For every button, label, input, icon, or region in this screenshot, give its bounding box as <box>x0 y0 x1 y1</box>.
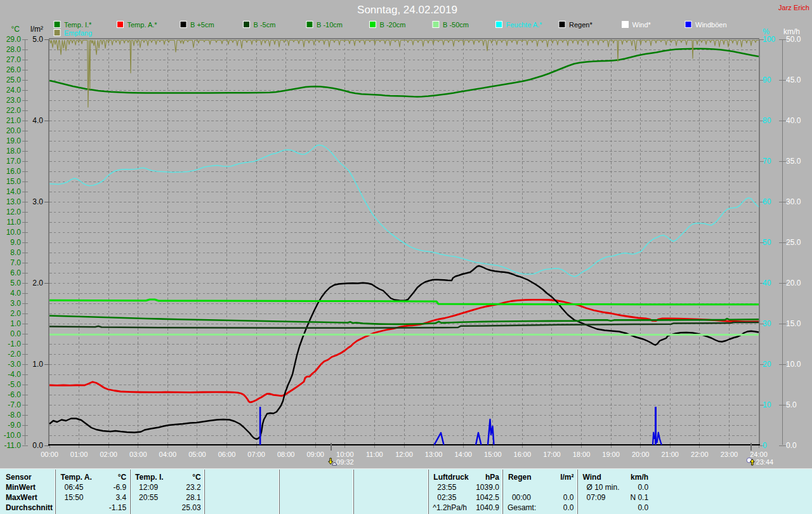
svg-text:07:09: 07:09 <box>587 493 606 502</box>
svg-text:0.0: 0.0 <box>638 483 648 492</box>
svg-text:B -5cm: B -5cm <box>254 21 276 29</box>
svg-text:23.0: 23.0 <box>6 96 22 105</box>
svg-text:Temp. I.: Temp. I. <box>135 473 163 482</box>
svg-text:05:00: 05:00 <box>188 451 206 458</box>
svg-text:0.0: 0.0 <box>563 503 574 512</box>
svg-text:-6.9: -6.9 <box>113 483 126 492</box>
svg-text:14.0: 14.0 <box>6 187 22 196</box>
svg-text:Sensor: Sensor <box>6 473 32 482</box>
svg-text:50: 50 <box>763 238 771 247</box>
svg-text:26.0: 26.0 <box>6 65 22 74</box>
svg-text:%: % <box>763 27 769 36</box>
svg-text:20:00: 20:00 <box>632 451 650 458</box>
svg-text:28.0: 28.0 <box>6 45 22 54</box>
svg-text:19.0: 19.0 <box>6 136 22 145</box>
svg-text:16:00: 16:00 <box>514 451 532 458</box>
svg-text:20:55: 20:55 <box>139 493 158 502</box>
svg-text:Feuchte A.*: Feuchte A.* <box>506 21 543 29</box>
svg-text:30.0: 30.0 <box>786 197 801 206</box>
svg-text:09:32: 09:32 <box>336 458 354 466</box>
svg-text:15:00: 15:00 <box>484 451 502 458</box>
svg-text:18.0: 18.0 <box>6 147 22 155</box>
svg-text:02:00: 02:00 <box>100 451 117 458</box>
svg-text:24:00: 24:00 <box>750 451 768 458</box>
svg-text:°C: °C <box>118 473 127 482</box>
svg-text:-11.0: -11.0 <box>4 441 22 450</box>
svg-text:km/h: km/h <box>631 473 648 482</box>
svg-text:-5.0: -5.0 <box>8 380 21 389</box>
svg-text:18:00: 18:00 <box>573 451 591 458</box>
svg-text:2.0: 2.0 <box>10 309 21 318</box>
svg-text:1040.9: 1040.9 <box>476 503 499 512</box>
svg-text:30: 30 <box>763 319 771 328</box>
svg-text:29.0: 29.0 <box>6 35 22 44</box>
svg-text:09:00: 09:00 <box>306 451 324 458</box>
svg-text:12.0: 12.0 <box>6 208 22 216</box>
svg-text:B +5cm: B +5cm <box>190 21 214 29</box>
svg-text:3.4: 3.4 <box>115 493 126 502</box>
svg-text:-7.0: -7.0 <box>8 400 21 409</box>
svg-text:N 0.1: N 0.1 <box>630 493 648 502</box>
svg-text:10.0: 10.0 <box>6 228 22 237</box>
svg-text:21:00: 21:00 <box>661 451 679 458</box>
svg-text:Jarz Erich: Jarz Erich <box>778 4 809 11</box>
svg-text:06:00: 06:00 <box>218 451 236 458</box>
svg-text:45.0: 45.0 <box>786 76 801 84</box>
svg-text:-1.15: -1.15 <box>109 503 127 512</box>
svg-text:04:00: 04:00 <box>159 451 177 458</box>
svg-text:14:00: 14:00 <box>454 451 472 458</box>
svg-text:0.0: 0.0 <box>786 441 797 450</box>
svg-text:15.0: 15.0 <box>786 319 801 328</box>
svg-text:Durchschnitt: Durchschnitt <box>6 503 53 512</box>
svg-text:25.0: 25.0 <box>786 238 801 247</box>
svg-text:3.0: 3.0 <box>32 197 43 206</box>
svg-text:22.0: 22.0 <box>6 106 22 115</box>
svg-text:5.0: 5.0 <box>32 35 43 44</box>
svg-text:-4.0: -4.0 <box>8 370 21 379</box>
svg-text:35.0: 35.0 <box>786 157 801 166</box>
svg-text:17.0: 17.0 <box>6 157 22 166</box>
svg-text:Ø 10 min.: Ø 10 min. <box>587 483 620 492</box>
svg-text:0.0: 0.0 <box>10 329 21 338</box>
svg-text:20.0: 20.0 <box>6 126 22 135</box>
svg-text:l/m²: l/m² <box>30 25 43 34</box>
svg-text:0.0: 0.0 <box>563 493 574 502</box>
svg-text:90: 90 <box>763 76 771 84</box>
svg-text:6.0: 6.0 <box>10 268 21 277</box>
svg-text:0.0: 0.0 <box>638 503 648 512</box>
svg-text:MinWert: MinWert <box>6 483 36 492</box>
svg-text:20.0: 20.0 <box>786 279 801 287</box>
svg-text:3.0: 3.0 <box>10 299 21 308</box>
svg-text:l/m²: l/m² <box>560 473 573 482</box>
svg-text:B -20cm: B -20cm <box>380 21 406 29</box>
svg-text:-6.0: -6.0 <box>8 390 21 399</box>
svg-text:1.0: 1.0 <box>10 319 21 328</box>
svg-text:12:00: 12:00 <box>395 451 413 458</box>
svg-text:^1.2hPa/h: ^1.2hPa/h <box>433 503 467 512</box>
svg-text:2.0: 2.0 <box>32 279 43 287</box>
svg-text:Regen: Regen <box>508 473 532 482</box>
svg-text:-9.0: -9.0 <box>8 421 21 430</box>
svg-text:02:35: 02:35 <box>437 493 456 502</box>
svg-text:Temp. A.: Temp. A. <box>61 473 92 482</box>
svg-text:12:09: 12:09 <box>139 483 158 492</box>
svg-text:23.2: 23.2 <box>186 483 201 492</box>
svg-text:15.0: 15.0 <box>6 177 22 186</box>
svg-text:24.0: 24.0 <box>6 86 22 95</box>
svg-text:11.0: 11.0 <box>7 218 22 227</box>
svg-text:Wind*: Wind* <box>632 21 652 29</box>
svg-text:13.0: 13.0 <box>6 197 22 206</box>
svg-text:-1.0: -1.0 <box>8 339 21 348</box>
svg-text:06:45: 06:45 <box>65 483 84 492</box>
svg-text:Temp. I.*: Temp. I.* <box>64 21 92 29</box>
svg-text:13:00: 13:00 <box>425 451 443 458</box>
svg-text:-10.0: -10.0 <box>4 431 22 440</box>
svg-text:B -50cm: B -50cm <box>443 21 469 29</box>
svg-text:-8.0: -8.0 <box>8 411 21 419</box>
svg-text:Temp. A.*: Temp. A.* <box>128 21 158 29</box>
svg-text:1.0: 1.0 <box>32 360 43 369</box>
svg-text:01:00: 01:00 <box>70 451 88 458</box>
svg-text:Luftdruck: Luftdruck <box>433 473 469 482</box>
svg-text:Gesamt:: Gesamt: <box>508 503 536 512</box>
svg-text:-3.0: -3.0 <box>8 360 21 369</box>
